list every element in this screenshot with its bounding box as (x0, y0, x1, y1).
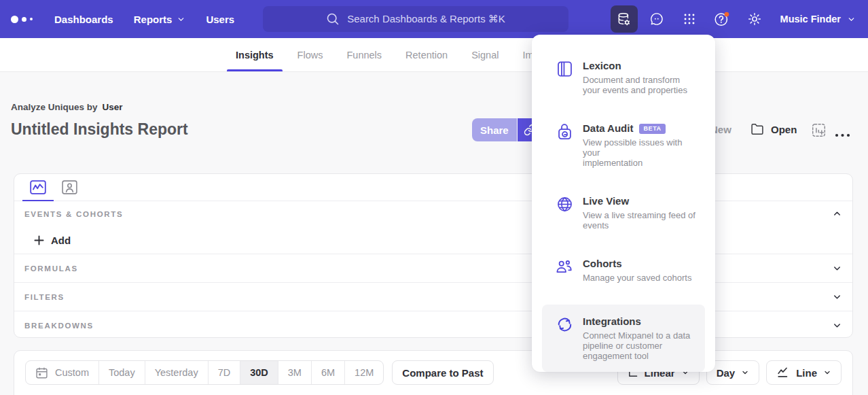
range-30d[interactable]: 30D (240, 361, 278, 384)
mixpanel-logo-icon[interactable] (11, 16, 41, 23)
nav-item-reports[interactable]: Reports (134, 14, 186, 25)
date-range-group: Custom Today Yesterday 7D 30D 3M 6M 12M (25, 360, 384, 385)
section-formulas[interactable]: FORMULAS (14, 254, 852, 282)
popover-item-text: Data Audit BETA View possible issues wit… (583, 122, 701, 168)
range-today[interactable]: Today (98, 361, 145, 384)
chevron-down-icon (847, 15, 856, 24)
nav-links: Dashboards Reports Users (54, 14, 234, 25)
ellipsis-icon (835, 133, 850, 137)
range-3m[interactable]: 3M (278, 361, 311, 384)
lock-seal-icon (556, 123, 573, 141)
database-gear-icon (616, 12, 632, 27)
analyze-entity[interactable]: User (103, 102, 123, 112)
tab-flows[interactable]: Flows (289, 38, 332, 71)
nav-item-users[interactable]: Users (206, 14, 234, 25)
add-to-board-button[interactable] (812, 123, 826, 140)
open-label: Open (771, 124, 797, 135)
tab-profiles-view[interactable] (54, 174, 85, 201)
popover-item-title: Cohorts (583, 258, 622, 270)
chart-type-label: Line (796, 367, 817, 379)
popover-item-text: Lexicon Document and transform your even… (583, 60, 687, 95)
range-custom[interactable]: Custom (26, 361, 98, 384)
chart-type-dropdown[interactable]: Line (766, 360, 842, 385)
data-management-popover: Lexicon Document and transform your even… (532, 35, 715, 372)
popover-item-title: Lexicon (583, 60, 621, 72)
popover-item-live-view[interactable]: Live View View a live streaming feed of … (542, 195, 705, 230)
page-title[interactable]: Untitled Insights Report (11, 120, 188, 139)
section-events-cohorts[interactable]: EVENTS & COHORTS (14, 201, 852, 226)
popover-item-text: Integrations Connect Mixpanel to a data … (583, 315, 690, 361)
section-breakdowns[interactable]: BREAKDOWNS (14, 311, 852, 339)
app-screen: Dashboards Reports Users Search Dashboar… (0, 0, 868, 395)
settings-button[interactable] (741, 5, 768, 33)
popover-item-desc: View a live streaming feed of events (583, 210, 695, 230)
range-yesterday[interactable]: Yesterday (145, 361, 208, 384)
popover-item-data-audit[interactable]: Data Audit BETA View possible issues wit… (542, 122, 705, 168)
tab-metrics-view[interactable] (22, 174, 54, 201)
chevron-down-icon (832, 263, 842, 273)
open-report-button[interactable]: Open (751, 122, 797, 136)
help-button[interactable] (708, 5, 736, 33)
section-label: FORMULAS (24, 264, 78, 273)
popover-item-title: Live View (583, 195, 629, 207)
top-nav: Dashboards Reports Users Search Dashboar… (0, 0, 868, 38)
logo-dot (30, 18, 33, 20)
range-label: Yesterday (155, 367, 198, 378)
profile-tab-icon (62, 180, 77, 194)
calendar-icon (35, 366, 48, 379)
date-controls-bar: Custom Today Yesterday 7D 30D 3M 6M 12M … (14, 350, 853, 395)
help-icon (713, 11, 730, 28)
nav-item-dashboards[interactable]: Dashboards (54, 14, 113, 25)
range-7d[interactable]: 7D (208, 361, 240, 384)
chevron-up-icon (832, 209, 842, 219)
section-label: BREAKDOWNS (24, 322, 94, 330)
popover-item-integrations[interactable]: Integrations Connect Mixpanel to a data … (542, 305, 705, 372)
range-label: 7D (218, 367, 231, 378)
popover-item-desc: Connect Mixpanel to a data pipeline or c… (583, 330, 690, 361)
more-options-button[interactable] (835, 128, 850, 140)
popover-item-title: Integrations (583, 315, 641, 328)
lexicon-book-icon (556, 61, 573, 78)
nav-item-label: Dashboards (54, 14, 113, 25)
apps-grid-button[interactable] (676, 5, 703, 33)
logo-dot (11, 16, 18, 23)
compare-to-past-button[interactable]: Compare to Past (392, 360, 493, 385)
popover-item-desc: Document and transform your events and p… (583, 75, 687, 95)
project-switcher[interactable]: Music Finder (778, 5, 858, 33)
beta-badge: BETA (639, 124, 665, 134)
add-event-button[interactable]: Add (14, 226, 852, 254)
plus-icon (34, 235, 44, 245)
nav-item-label: Users (206, 14, 234, 25)
breadcrumb: Analyze Uniques byUser (11, 102, 123, 112)
chevron-down-icon (832, 320, 842, 330)
chevron-down-icon (823, 368, 831, 377)
chevron-down-icon (741, 368, 749, 377)
range-6m[interactable]: 6M (311, 361, 344, 384)
chevron-down-icon (832, 292, 842, 302)
nav-right-cluster: Music Finder (605, 5, 858, 33)
tab-retention[interactable]: Retention (397, 38, 456, 71)
chat-bubble-icon (649, 12, 664, 27)
popover-item-cohorts[interactable]: Cohorts Manage your saved cohorts (542, 258, 705, 283)
line-chart-tab-icon (30, 180, 46, 194)
popover-item-lexicon[interactable]: Lexicon Document and transform your even… (542, 60, 705, 95)
tab-insights[interactable]: Insights (227, 38, 283, 71)
query-builder-panel: EVENTS & COHORTS Add FORMULAS FILTERS BR… (14, 173, 853, 338)
range-12m[interactable]: 12M (344, 361, 383, 384)
tab-funnels[interactable]: Funnels (338, 38, 391, 71)
range-label: 3M (288, 367, 302, 378)
data-management-button[interactable] (611, 5, 638, 33)
tab-signal[interactable]: Signal (463, 38, 507, 71)
add-label: Add (51, 235, 71, 246)
messages-button[interactable] (643, 5, 670, 33)
integrations-sync-icon (556, 316, 573, 333)
nav-item-label: Reports (134, 14, 173, 25)
section-filters[interactable]: FILTERS (14, 282, 852, 311)
builder-view-tabs (14, 174, 852, 201)
range-label: 30D (250, 367, 268, 378)
chevron-down-icon (177, 15, 185, 24)
search-input[interactable]: Search Dashboards & Reports ⌘K (263, 6, 568, 32)
popover-item-text: Cohorts Manage your saved cohorts (583, 258, 691, 283)
folder-icon (751, 122, 764, 136)
share-button[interactable]: Share (472, 118, 517, 141)
